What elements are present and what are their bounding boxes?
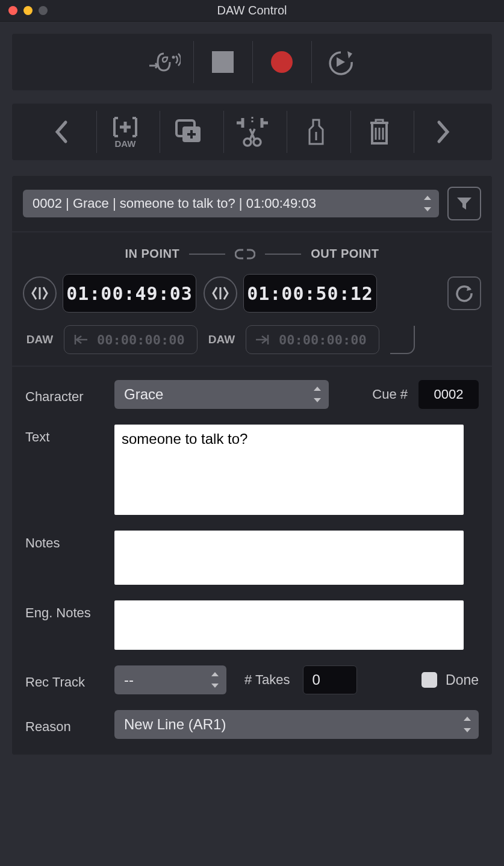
stepper-arrows-icon	[422, 196, 433, 211]
next-button[interactable]	[414, 111, 471, 153]
add-to-daw-button[interactable]: DAW	[96, 111, 154, 153]
daw-in-field[interactable]: 00:00:00:00	[64, 325, 198, 354]
daw-out-field[interactable]: 00:00:00:00	[246, 325, 379, 354]
character-label: Character	[25, 384, 114, 405]
in-point-label: IN POINT	[125, 247, 179, 261]
text-input[interactable]	[114, 425, 464, 515]
duplicate-button[interactable]	[160, 111, 217, 153]
daw-out-value: 00:00:00:00	[279, 332, 367, 347]
filter-button[interactable]	[447, 187, 481, 220]
minimize-window-button[interactable]	[23, 6, 33, 15]
delete-button[interactable]	[350, 111, 408, 153]
stepper-arrows-icon	[312, 387, 323, 402]
svg-point-2	[271, 51, 293, 73]
cue-num-value[interactable]: 0002	[418, 380, 479, 409]
reason-value: New Line (AR1)	[124, 716, 226, 733]
zoom-window-button[interactable]	[39, 6, 48, 15]
link-icon[interactable]	[235, 248, 255, 261]
daw-out-label: DAW	[205, 333, 238, 346]
connector-line-icon	[389, 325, 418, 355]
prev-button[interactable]	[33, 111, 90, 153]
in-timecode[interactable]: 01:00:49:03	[63, 274, 196, 313]
daw-in-value: 00:00:00:00	[97, 332, 185, 347]
split-button[interactable]	[223, 111, 281, 153]
rehearse-button[interactable]	[134, 41, 193, 83]
out-nudge-button[interactable]	[204, 276, 237, 310]
svg-text:DAW: DAW	[115, 139, 137, 149]
cue-selector[interactable]: 0002 | Grace | someone to talk to? | 01:…	[23, 190, 439, 217]
stepper-arrows-icon	[210, 672, 220, 688]
glue-button[interactable]	[287, 111, 344, 153]
titlebar: DAW Control	[0, 0, 504, 22]
record-button[interactable]	[252, 41, 311, 83]
window-title: DAW Control	[0, 4, 504, 17]
character-select[interactable]: Grace	[114, 380, 329, 409]
eng-notes-label: Eng. Notes	[25, 600, 114, 621]
done-checkbox[interactable]	[422, 672, 437, 688]
character-value: Grace	[124, 386, 163, 403]
cue-num-label: Cue #	[372, 387, 408, 402]
out-point-label: OUT POINT	[311, 247, 379, 261]
reason-select[interactable]: New Line (AR1)	[114, 710, 479, 739]
close-window-button[interactable]	[8, 6, 17, 15]
replay-button[interactable]	[311, 41, 370, 83]
svg-rect-1	[212, 51, 234, 73]
takes-value[interactable]: 0	[303, 665, 357, 694]
transport-toolbar	[12, 34, 492, 90]
go-to-end-icon	[255, 334, 270, 346]
text-label: Text	[25, 425, 114, 445]
rec-track-label: Rec Track	[25, 670, 114, 690]
window-controls	[8, 6, 48, 15]
cue-selector-value: 0002 | Grace | someone to talk to? | 01:…	[33, 196, 316, 211]
go-to-start-icon	[73, 334, 89, 346]
reason-label: Reason	[25, 714, 114, 735]
svg-point-0	[172, 56, 175, 59]
edit-toolbar: DAW	[12, 104, 492, 160]
out-timecode[interactable]: 01:00:50:12	[243, 274, 377, 313]
done-label: Done	[446, 672, 479, 688]
notes-label: Notes	[25, 531, 114, 551]
sync-button[interactable]	[447, 276, 481, 310]
rec-track-select[interactable]: --	[114, 665, 226, 694]
takes-label: # Takes	[244, 672, 290, 688]
stepper-arrows-icon	[462, 717, 473, 732]
cue-panel: 0002 | Grace | someone to talk to? | 01:…	[12, 176, 492, 755]
in-nudge-button[interactable]	[23, 276, 57, 310]
notes-input[interactable]	[114, 531, 464, 585]
stop-button[interactable]	[193, 41, 252, 83]
daw-in-label: DAW	[23, 333, 57, 346]
eng-notes-input[interactable]	[114, 600, 464, 650]
rec-track-value: --	[124, 671, 134, 688]
